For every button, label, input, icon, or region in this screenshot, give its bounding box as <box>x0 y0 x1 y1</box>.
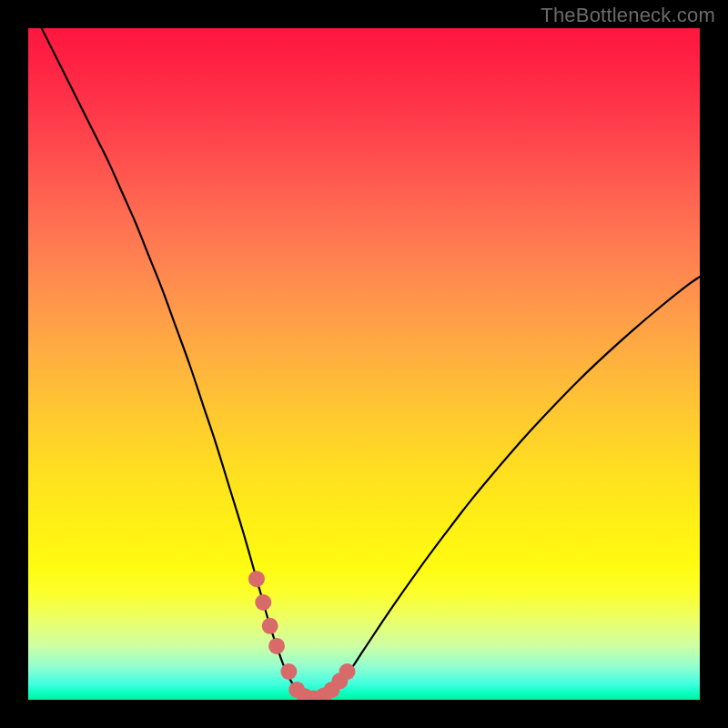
gradient-background <box>28 28 700 700</box>
chart-frame: TheBottleneck.com <box>0 0 728 728</box>
watermark-text: TheBottleneck.com <box>541 4 715 27</box>
plot-area <box>28 28 700 700</box>
